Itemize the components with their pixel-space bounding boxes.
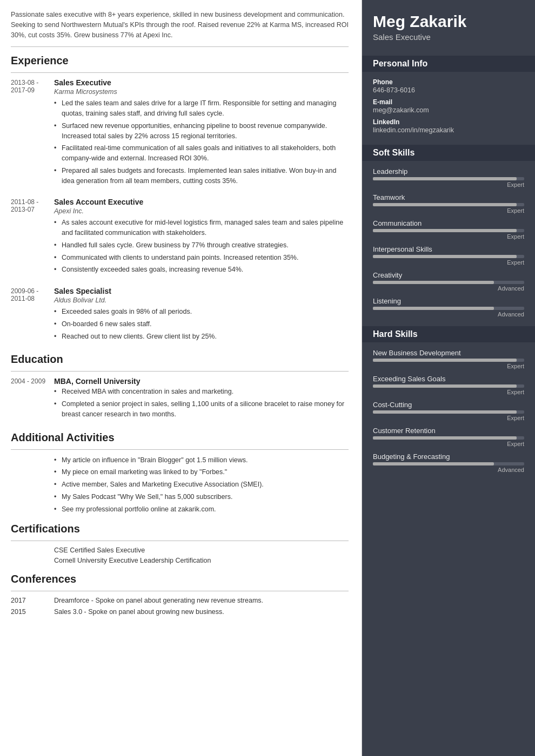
additional-section: Additional Activities My article on infl… [11,431,349,515]
entry-title: Sales Executive [54,78,349,87]
entry-content: MBA, Cornell University Received MBA wit… [54,377,349,421]
skill-level: Expert [373,207,524,214]
skill-item: Leadership Expert [373,167,524,188]
entry-bullets: Led the sales team and sales drive for a… [54,98,349,186]
skill-name: Exceeding Sales Goals [373,375,524,383]
conferences-title: Conferences [11,573,349,585]
skill-level: Advanced [373,467,524,473]
soft-skills-section: Soft Skills Leadership Expert Teamwork E… [362,139,535,321]
skill-name: Interpersonal Skills [373,245,524,253]
skill-bar-container [373,255,524,258]
entry-bullets: Exceeded sales goals in 98% of all perio… [54,307,349,341]
skill-level: Expert [373,389,524,395]
list-item: Communicated with clients to understand … [54,253,349,263]
skill-bar-fill [373,384,517,388]
list-item: Prepared all sales budgets and forecasts… [54,166,349,186]
profile-title: Sales Executive [373,32,524,42]
entry-org: Karma Microsystems [54,88,349,96]
skill-bar-container [373,203,524,206]
skill-name: Customer Retention [373,427,524,435]
skill-bar-fill [373,436,517,440]
entry-content: Sales Account Executive Apexi Inc. As sa… [54,198,349,277]
skill-bar-fill [373,255,517,258]
linkedin-label: LinkedIn [373,118,524,126]
entry-date: 2013-08 - 2017-09 [11,78,54,188]
skill-level: Expert [373,441,524,447]
hard-skills-title: Hard Skills [362,326,535,342]
skill-item: Customer Retention Expert [373,427,524,447]
hard-skills-list: New Business Development Expert Exceedin… [373,349,524,473]
left-column: Passionate sales executive with 8+ years… [0,0,362,756]
list-item: Completed a senior project in sales, sel… [54,399,349,420]
hard-skills-section: Hard Skills New Business Development Exp… [362,321,535,476]
list-item: On-boarded 6 new sales staff. [54,319,349,329]
skill-bar-fill [373,359,517,362]
conf-desc: Dreamforce - Spoke on panel about genera… [54,597,349,604]
email-label: E-mail [373,98,524,106]
certifications-title: Certifications [11,523,349,535]
skill-name: Teamwork [373,193,524,201]
skill-bar-container [373,177,524,180]
education-title: Education [11,353,349,366]
conferences-section: Conferences 2017 Dreamforce - Spoke on p… [11,573,349,616]
experience-entry: 2013-08 - 2017-09 Sales Executive Karma … [11,78,349,188]
right-column: Meg Zakarik Sales Executive Personal Inf… [362,0,535,756]
skill-bar-fill [373,281,494,284]
skill-name: Creativity [373,271,524,279]
education-section: Education 2004 - 2009 MBA, Cornell Unive… [11,353,349,421]
skill-item: Exceeding Sales Goals Expert [373,375,524,395]
skill-item: New Business Development Expert [373,349,524,369]
skill-item: Cost-Cutting Expert [373,401,524,421]
personal-info-section: Personal Info Phone 646-873-6016 E-mail … [362,50,535,139]
skill-name: Leadership [373,167,524,176]
skill-level: Expert [373,233,524,240]
entry-date: 2011-08 - 2013-07 [11,198,54,277]
experience-section: Experience 2013-08 - 2017-09 Sales Execu… [11,55,349,343]
skill-bar-container [373,384,524,388]
entry-bullets: As sales account executive for mid-level… [54,218,349,275]
personal-info-title: Personal Info [362,56,535,72]
list-item: Exceeded sales goals in 98% of all perio… [54,307,349,317]
skill-bar-fill [373,307,494,310]
entry-content: Sales Executive Karma Microsystems Led t… [54,78,349,188]
entry-content: Sales Specialist Aldus Bolivar Ltd. Exce… [54,287,349,343]
skill-bar-container [373,462,524,465]
conference-entry: 2015 Sales 3.0 - Spoke on panel about gr… [11,608,349,616]
entry-title: MBA, Cornell University [54,377,349,386]
skill-bar-container [373,307,524,310]
list-item: Reached out to new clients. Grew client … [54,332,349,342]
skill-name: Cost-Cutting [373,401,524,409]
education-entries: 2004 - 2009 MBA, Cornell University Rece… [11,377,349,421]
skill-name: Budgeting & Forecasting [373,453,524,461]
skill-bar-fill [373,462,494,465]
list-item: My article on influence in "Brain Blogge… [54,455,349,465]
skill-bar-fill [373,203,517,206]
skill-bar-container [373,410,524,414]
entry-org: Apexi Inc. [54,207,349,215]
list-item: My Sales Podcast "Why We Sell," has 5,00… [54,492,349,502]
experience-entry: 2011-08 - 2013-07 Sales Account Executiv… [11,198,349,277]
skill-name: Listening [373,297,524,305]
skill-item: Interpersonal Skills Expert [373,245,524,266]
skill-item: Communication Expert [373,219,524,240]
conf-year: 2015 [11,608,54,616]
resume-wrapper: Passionate sales executive with 8+ years… [0,0,535,756]
skill-bar-fill [373,177,517,180]
summary-text: Passionate sales executive with 8+ years… [11,10,349,47]
phone-value: 646-873-6016 [373,86,524,94]
list-item: Led the sales team and sales drive for a… [54,98,349,119]
entry-title: Sales Specialist [54,287,349,295]
list-item: Active member, Sales and Marketing Execu… [54,480,349,490]
soft-skills-list: Leadership Expert Teamwork Expert Commun… [373,167,524,318]
cert-item: CSE Certified Sales Executive [54,546,349,554]
experience-title: Experience [11,55,349,67]
skill-level: Advanced [373,285,524,292]
skill-name: Communication [373,219,524,227]
list-item: Facilitated real-time communication of a… [54,143,349,164]
conference-entry: 2017 Dreamforce - Spoke on panel about g… [11,597,349,604]
skill-level: Expert [373,259,524,266]
skill-bar-container [373,229,524,232]
list-item: Consistently exceeded sales goals, incre… [54,265,349,275]
experience-entry: 2009-06 - 2011-08 Sales Specialist Aldus… [11,287,349,343]
phone-label: Phone [373,78,524,86]
